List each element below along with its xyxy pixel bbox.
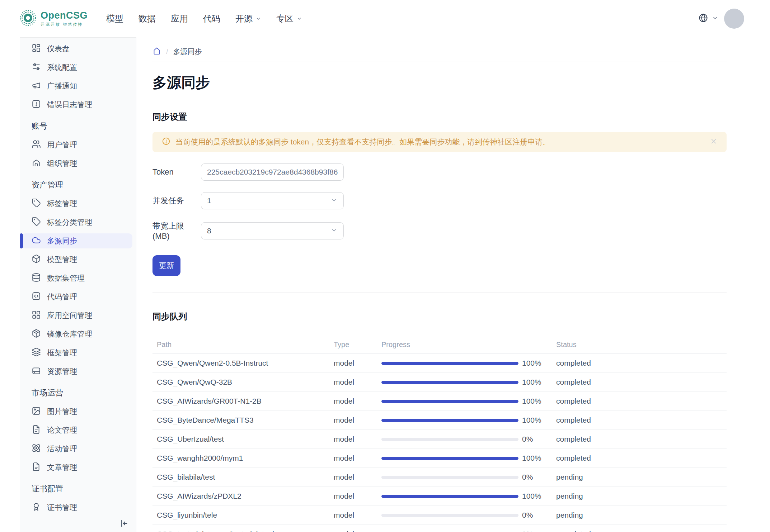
table-row: CSG_Qwen/Qwen2-0.5B-Instructmodel100%com… — [152, 354, 727, 373]
concurrency-select[interactable]: 1 — [201, 192, 344, 209]
token-label: Token — [152, 167, 201, 177]
update-button[interactable]: 更新 — [152, 255, 180, 276]
cell-type: model — [334, 397, 381, 405]
sidebar-item-file-3-3[interactable]: 文章管理 — [22, 460, 132, 475]
sidebar-item-tag-2-0[interactable]: 标签管理 — [22, 196, 132, 211]
sidebar-item-sliders-0-1[interactable]: 系统配置 — [22, 60, 132, 75]
sidebar-item-dashboard-0-0[interactable]: 仪表盘 — [22, 41, 132, 56]
sidebar-item-label: 组织管理 — [47, 158, 77, 168]
progress-fill — [381, 495, 518, 498]
cell-path: CSG_AIWizards/GR00T-N1-2B — [152, 397, 334, 405]
cell-path: CSG_liyunbin/tele — [152, 511, 334, 519]
nav-item-label: 代码 — [203, 13, 220, 24]
sidebar-item-cloud-2-2[interactable]: 多源同步 — [22, 233, 132, 248]
sidebar-item-alert-square-0-3[interactable]: 错误日志管理 — [22, 97, 132, 112]
sidebar-item-atom-3-2[interactable]: 活动管理 — [22, 441, 132, 456]
bandwidth-value: 8 — [207, 227, 211, 235]
sidebar-item-label: 框架管理 — [47, 348, 77, 358]
cell-progress: 100% — [381, 492, 556, 500]
token-field-row: Token — [152, 163, 727, 181]
active-indicator — [20, 233, 23, 248]
cell-progress: 0% — [381, 473, 556, 481]
nav-item-label: 数据 — [138, 13, 156, 24]
sidebar-item-org-1-1[interactable]: 组织管理 — [22, 156, 132, 171]
top-navbar: OpenCSG 开源开放 智慧传神 模型数据应用代码开源专区 — [0, 0, 770, 37]
image-icon — [32, 406, 41, 417]
cell-progress: 0% — [381, 511, 556, 519]
nav-item-6[interactable]: 专区 — [276, 13, 302, 24]
sidebar-item-label: 多源同步 — [47, 236, 77, 246]
sidebar-item-label: 系统配置 — [47, 62, 77, 72]
cell-path: CSG_Qwen/Qwen2-0.5B-Instruct — [152, 359, 334, 367]
bandwidth-label: 带宽上限 (MB) — [152, 221, 201, 241]
sidebar-item-grid-2-6[interactable]: 应用空间管理 — [22, 308, 132, 323]
language-switcher[interactable] — [698, 13, 718, 24]
sync-queue-table: Path Type Progress Status CSG_Qwen/Qwen2… — [152, 336, 727, 532]
nav-item-1[interactable]: 模型 — [106, 13, 123, 24]
sidebar-item-label: 标签管理 — [47, 199, 77, 209]
opencsg-logo-icon — [20, 10, 36, 28]
close-icon[interactable] — [710, 138, 717, 146]
bandwidth-select[interactable]: 8 — [201, 222, 344, 239]
alert-square-icon — [32, 99, 41, 110]
megaphone-icon — [32, 81, 41, 92]
token-input[interactable] — [201, 163, 344, 181]
cell-type: model — [334, 530, 381, 532]
cell-type: model — [334, 359, 381, 367]
nav-item-4[interactable]: 代码 — [203, 13, 220, 24]
table-row: CSG_bilabila/testmodel0%pending — [152, 468, 727, 487]
nav-item-label: 模型 — [106, 13, 123, 24]
nav-item-3[interactable]: 应用 — [171, 13, 188, 24]
progress-label: 0% — [522, 511, 533, 519]
cell-progress: 100% — [381, 416, 556, 424]
sidebar-item-file-3-1[interactable]: 论文管理 — [22, 423, 132, 438]
sidebar-section-header: 资产管理 — [22, 177, 132, 193]
sidebar-item-label: 用户管理 — [47, 140, 77, 150]
chevron-down-icon — [255, 14, 261, 24]
cell-progress: 100% — [381, 359, 556, 367]
sidebar-item-image-3-0[interactable]: 图片管理 — [22, 404, 132, 419]
sidebar-item-megaphone-0-2[interactable]: 广播通知 — [22, 79, 132, 94]
nav-item-label: 应用 — [171, 13, 188, 24]
progress-fill — [381, 419, 518, 422]
sidebar-item-label: 镜像仓库管理 — [47, 329, 92, 339]
progress-bar — [381, 476, 518, 479]
cell-type: model — [334, 378, 381, 386]
col-header-path: Path — [152, 341, 334, 349]
sidebar-item-drive-2-9[interactable]: 资源管理 — [22, 364, 132, 379]
database-icon — [32, 273, 41, 284]
progress-label: 100% — [522, 359, 541, 367]
sidebar-item-package-2-7[interactable]: 镜像仓库管理 — [22, 327, 132, 342]
home-icon[interactable] — [152, 47, 161, 57]
sidebar-item-label: 数据集管理 — [47, 273, 85, 283]
sidebar-item-award-4-0[interactable]: 证书管理 — [22, 500, 132, 515]
progress-label: 100% — [522, 454, 541, 462]
sidebar-collapse-button[interactable] — [119, 518, 129, 530]
file-icon — [32, 462, 41, 473]
sidebar-item-database-2-4[interactable]: 数据集管理 — [22, 271, 132, 286]
avatar[interactable] — [724, 9, 744, 29]
nav-item-2[interactable]: 数据 — [138, 13, 156, 24]
progress-bar — [381, 381, 518, 384]
table-row: CSG_UberIzual/testmodel0%completed — [152, 430, 727, 449]
cell-type: model — [334, 492, 381, 500]
concurrency-value: 1 — [207, 196, 211, 205]
progress-label: 100% — [522, 378, 541, 386]
sidebar-item-tag-2-1[interactable]: 标签分类管理 — [22, 215, 132, 230]
cell-progress: 0% — [381, 435, 556, 443]
sidebar-item-layers-2-8[interactable]: 框架管理 — [22, 345, 132, 360]
cell-progress: 100% — [381, 454, 556, 462]
table-header-row: Path Type Progress Status — [152, 336, 727, 354]
sidebar-item-code-2-5[interactable]: 代码管理 — [22, 289, 132, 304]
sidebar-item-users-1-0[interactable]: 用户管理 — [22, 137, 132, 152]
sidebar-item-box-2-3[interactable]: 模型管理 — [22, 252, 132, 267]
sidebar-item-label: 仪表盘 — [47, 44, 70, 54]
nav-item-label: 专区 — [276, 13, 294, 24]
nav-item-5[interactable]: 开源 — [235, 13, 261, 24]
table-row: CSG_wanghh2000/mym1model100%completed — [152, 449, 727, 468]
award-icon — [32, 502, 41, 513]
sidebar-section-header: 账号 — [22, 119, 132, 134]
opencsg-logo[interactable]: OpenCSG 开源开放 智慧传神 — [20, 10, 88, 28]
chevron-down-icon — [330, 227, 338, 236]
progress-label: 0% — [522, 435, 533, 443]
